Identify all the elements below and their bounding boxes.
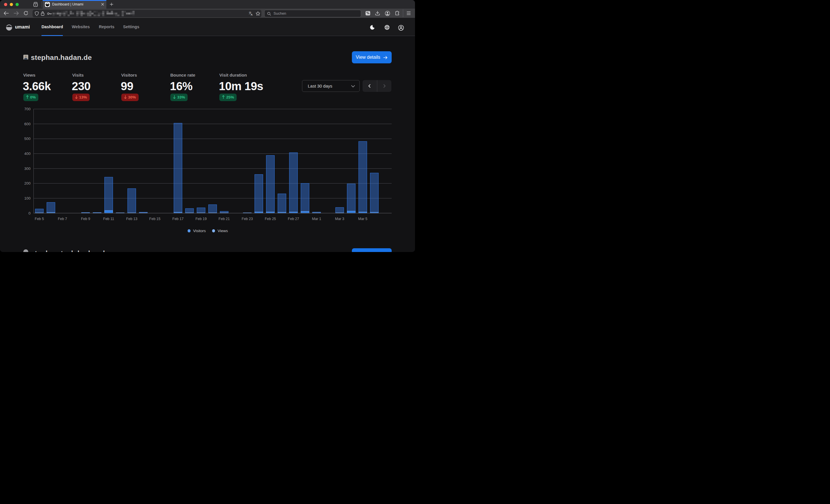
svg-text:0: 0 — [29, 211, 31, 215]
svg-text:Feb 5: Feb 5 — [35, 217, 44, 221]
svg-text:100: 100 — [24, 196, 31, 200]
svg-text:Mar 3: Mar 3 — [335, 217, 344, 221]
svg-text:Feb 13: Feb 13 — [126, 217, 137, 221]
svg-text:Feb 17: Feb 17 — [172, 217, 184, 221]
svg-text:Feb 19: Feb 19 — [195, 217, 206, 221]
svg-text:600: 600 — [24, 122, 31, 126]
svg-text:700: 700 — [24, 107, 31, 111]
svg-text:A: A — [251, 13, 253, 16]
svg-text:400: 400 — [24, 152, 31, 156]
svg-text:Feb 15: Feb 15 — [149, 217, 161, 221]
svg-text:Feb 27: Feb 27 — [288, 217, 299, 221]
svg-text:Mar 5: Mar 5 — [358, 217, 368, 221]
svg-text:Feb 11: Feb 11 — [103, 217, 114, 221]
svg-text:300: 300 — [24, 166, 31, 171]
svg-text:Feb 7: Feb 7 — [58, 217, 67, 221]
svg-text:Feb 23: Feb 23 — [242, 217, 253, 221]
svg-text:Feb 21: Feb 21 — [219, 217, 230, 221]
svg-text:200: 200 — [24, 181, 31, 186]
svg-text:500: 500 — [24, 136, 31, 141]
svg-text:Mar 1: Mar 1 — [312, 217, 321, 221]
svg-text:Feb 9: Feb 9 — [81, 217, 90, 221]
svg-text:Feb 25: Feb 25 — [265, 217, 276, 221]
